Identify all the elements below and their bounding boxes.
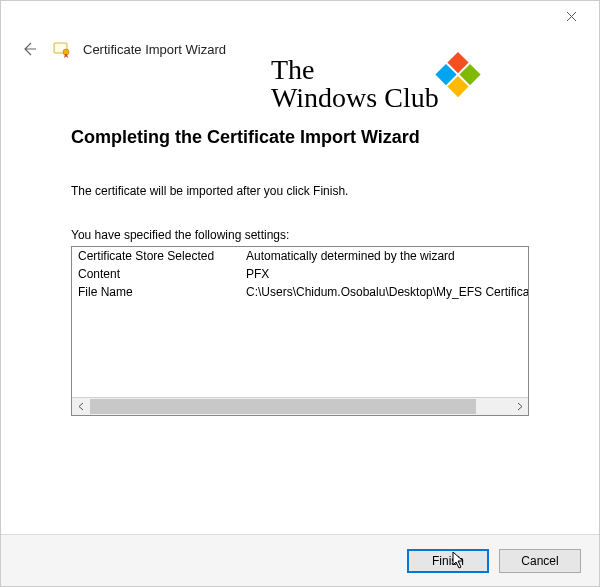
setting-value: PFX bbox=[240, 265, 528, 283]
setting-value: C:\Users\Chidum.Osobalu\Desktop\My_EFS C… bbox=[240, 283, 528, 301]
table-row: Content PFX bbox=[72, 265, 528, 283]
settings-listbox: Certificate Store Selected Automatically… bbox=[71, 246, 529, 416]
close-icon[interactable] bbox=[551, 2, 591, 30]
scroll-right-icon[interactable] bbox=[510, 398, 528, 416]
description-text: The certificate will be imported after y… bbox=[71, 184, 529, 198]
scroll-left-icon[interactable] bbox=[72, 398, 90, 416]
watermark-text: The Windows Club bbox=[271, 56, 439, 112]
finish-button[interactable]: Finish bbox=[407, 549, 489, 573]
page-heading: Completing the Certificate Import Wizard bbox=[71, 127, 529, 148]
table-row: File Name C:\Users\Chidum.Osobalu\Deskto… bbox=[72, 283, 528, 301]
back-icon[interactable] bbox=[17, 37, 41, 61]
settings-label: You have specified the following setting… bbox=[71, 228, 529, 242]
window-title: Certificate Import Wizard bbox=[83, 42, 226, 57]
setting-key: Content bbox=[72, 265, 240, 283]
horizontal-scrollbar[interactable] bbox=[72, 397, 528, 415]
cancel-button[interactable]: Cancel bbox=[499, 549, 581, 573]
setting-key: Certificate Store Selected bbox=[72, 247, 240, 265]
setting-value: Automatically determined by the wizard bbox=[240, 247, 528, 265]
scroll-thumb[interactable] bbox=[90, 399, 476, 414]
table-row: Certificate Store Selected Automatically… bbox=[72, 247, 528, 265]
scroll-track[interactable] bbox=[90, 398, 510, 416]
setting-key: File Name bbox=[72, 283, 240, 301]
certificate-icon bbox=[53, 40, 71, 58]
